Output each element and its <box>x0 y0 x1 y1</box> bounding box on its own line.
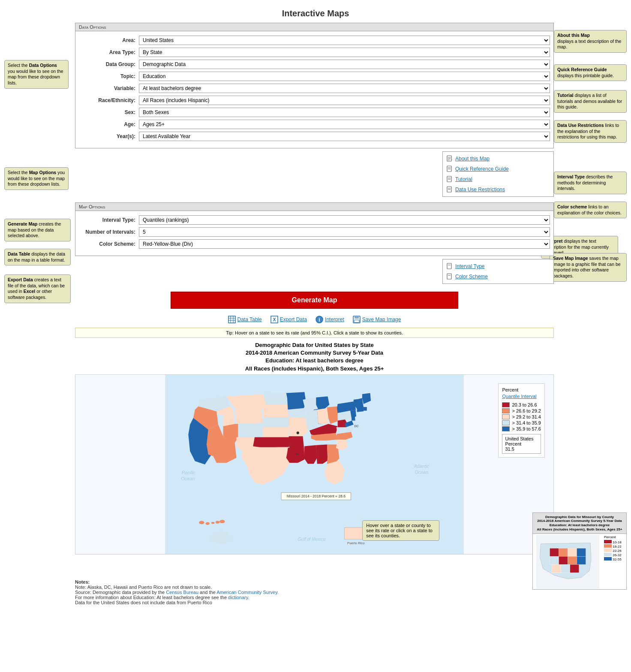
dictionary-link[interactable]: dictionary. <box>228 595 249 600</box>
area-type-select[interactable]: By State <box>139 48 550 57</box>
color-scheme-select[interactable]: Red-Yellow-Blue (Div) <box>139 239 550 249</box>
area-type-label: Area Type: <box>79 49 139 55</box>
document-icon-6 <box>446 273 453 280</box>
links-section: About this Map Quick Reference Guide <box>442 151 554 197</box>
legend-range-2: > 26.6 to 29.2 <box>512 408 541 413</box>
legend-range-5: > 35.9 to 57.6 <box>512 426 541 431</box>
state-ok[interactable] <box>253 437 289 448</box>
years-row: Year(s): Latest Available Year <box>79 132 550 141</box>
area-row: Area: United States <box>79 36 550 45</box>
legend-color-1 <box>502 402 510 407</box>
census-bureau-link[interactable]: Census Bureau <box>166 590 198 595</box>
legend-item-3: > 29.2 to 31.4 <box>502 414 541 419</box>
state-wy[interactable] <box>235 408 263 424</box>
state-ks[interactable] <box>263 427 289 437</box>
dur-link-label: Data Use Restrictions <box>455 187 505 193</box>
notes-line3-pre: For more information about Education: At… <box>75 595 228 600</box>
save-map-link[interactable]: Save Map Image <box>353 316 401 323</box>
map-options-content: Interval Type: Quantiles (rankings) Numb… <box>75 211 553 256</box>
dur-link[interactable]: Data Use Restrictions <box>443 184 553 195</box>
variable-label: Variable: <box>79 85 139 91</box>
us-box-line3: 31.5 <box>505 446 538 452</box>
topic-select[interactable]: Education <box>139 72 550 81</box>
svg-text:X: X <box>273 317 276 322</box>
interval-type-select[interactable]: Quantiles (rankings) <box>139 215 550 225</box>
legend-item-2: > 26.6 to 29.2 <box>502 408 541 413</box>
svg-rect-54 <box>577 548 586 557</box>
legend-quantile-link[interactable]: Quantile Interval <box>502 394 541 399</box>
legend-item-4: > 31.4 to 35.9 <box>502 420 541 425</box>
data-group-select[interactable]: Demographic Data <box>139 60 550 69</box>
num-intervals-select[interactable]: 5 <box>139 227 550 237</box>
svg-text:Missouri 2014 - 2018 Percent =: Missouri 2014 - 2018 Percent = 28.6 <box>287 494 346 498</box>
export-data-link[interactable]: X Export Data <box>270 316 307 323</box>
race-select[interactable]: All Races (includes Hispanic) <box>139 96 550 105</box>
export-data-label: Export Data <box>280 316 307 322</box>
us-map-svg[interactable]: Pacific Ocean Atlantic Ocean Gulf of Mex… <box>75 375 553 554</box>
data-options-header: Data Options <box>75 23 553 31</box>
race-row: Race/Ethnicity: All Races (includes Hisp… <box>79 96 550 105</box>
svg-rect-53 <box>568 548 577 557</box>
svg-rect-52 <box>559 548 568 557</box>
age-select[interactable]: Ages 25+ <box>139 120 550 129</box>
svg-rect-58 <box>577 557 586 565</box>
legend-color-3 <box>502 414 510 419</box>
svg-text:Gulf of Mexico: Gulf of Mexico <box>298 537 326 542</box>
interpret-link[interactable]: i Interpret <box>316 316 344 323</box>
acs-link[interactable]: American Community Survey. <box>216 590 279 595</box>
num-intervals-label: Number of Intervals: <box>79 229 139 235</box>
content-wrapper: Data Options Area: United States Area Ty… <box>0 23 631 607</box>
us-box-line1: United States <box>505 436 538 441</box>
svg-rect-17 <box>228 316 235 323</box>
state-in[interactable] <box>317 408 328 424</box>
svg-rect-57 <box>568 557 577 565</box>
table-icon <box>228 316 236 323</box>
us-summary-box: United States Percent 31.5 <box>502 434 541 454</box>
legend-color-2 <box>502 408 510 413</box>
map-title-line3: Education: At least bachelors degree <box>75 357 554 365</box>
map-container[interactable]: Pacific Ocean Atlantic Ocean Gulf of Mex… <box>75 374 554 554</box>
qrg-link-label: Quick Reference Guide <box>455 166 509 172</box>
save-icon <box>353 316 361 323</box>
svg-rect-55 <box>550 557 559 565</box>
legend-color-5 <box>502 426 510 431</box>
colorscheme-link[interactable]: Color Scheme <box>443 271 553 282</box>
svg-rect-27 <box>355 316 359 319</box>
age-row: Age: Ages 25+ <box>79 120 550 129</box>
interval-type-label: Interval Type: <box>79 217 139 223</box>
state-sd[interactable] <box>263 404 289 417</box>
links-content: About this Map Quick Reference Guide <box>443 152 553 196</box>
state-ne[interactable] <box>263 417 289 427</box>
legend-title: Percent <box>502 387 541 392</box>
map-title-line4: All Races (includes Hispanic), Both Sexe… <box>75 365 554 373</box>
colorscheme-link-label: Color Scheme <box>455 274 488 280</box>
interval-type-row: Interval Type: Quantiles (rankings) <box>79 215 550 225</box>
page-title: Interactive Maps <box>0 9 631 18</box>
map-title-line2: 2014-2018 American Community Survey 5-Ye… <box>75 349 554 357</box>
legend-range-3: > 29.2 to 31.4 <box>512 414 541 419</box>
interval-link[interactable]: Interval Type <box>443 261 553 271</box>
document-icon-4 <box>446 186 453 193</box>
notes-section: Notes: Note: Alaska, DC, Hawaii and Puer… <box>75 578 554 607</box>
state-ia[interactable] <box>287 408 306 418</box>
state-ri[interactable] <box>364 407 367 411</box>
state-co[interactable] <box>238 423 263 437</box>
state-nd[interactable] <box>263 393 288 404</box>
about-link[interactable]: About this Map <box>443 154 553 164</box>
variable-select[interactable]: At least bachelors degree <box>139 84 550 93</box>
data-table-link[interactable]: Data Table <box>228 316 262 323</box>
svg-point-43 <box>199 521 204 524</box>
document-icon-2 <box>446 166 453 172</box>
notes-line4: Data for the United States does not incl… <box>75 600 212 605</box>
qrg-link[interactable]: Quick Reference Guide <box>443 164 553 174</box>
generate-map-button[interactable]: Generate Map <box>171 292 458 309</box>
topic-row: Topic: Education <box>79 72 550 81</box>
age-label: Age: <box>79 121 139 127</box>
sex-select[interactable]: Both Sexes <box>139 108 550 117</box>
state-al[interactable] <box>316 444 328 464</box>
area-select[interactable]: United States <box>139 36 550 45</box>
years-select[interactable]: Latest Available Year <box>139 132 550 141</box>
tutorial-link-label: Tutorial <box>455 176 472 182</box>
full-page: Interactive Maps Select the Data Options… <box>0 9 631 607</box>
tutorial-link[interactable]: Tutorial <box>443 174 553 184</box>
